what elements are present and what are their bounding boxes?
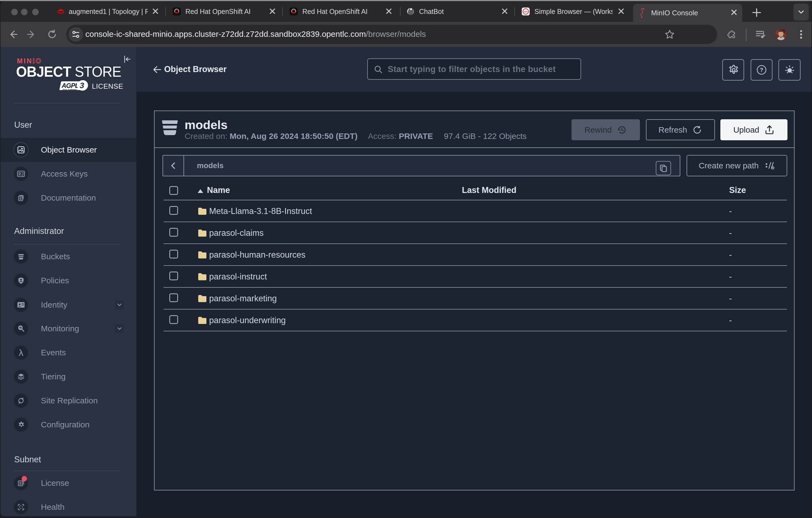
svg-text:?: ? — [760, 67, 763, 73]
svg-text:</>: </> — [524, 10, 528, 13]
